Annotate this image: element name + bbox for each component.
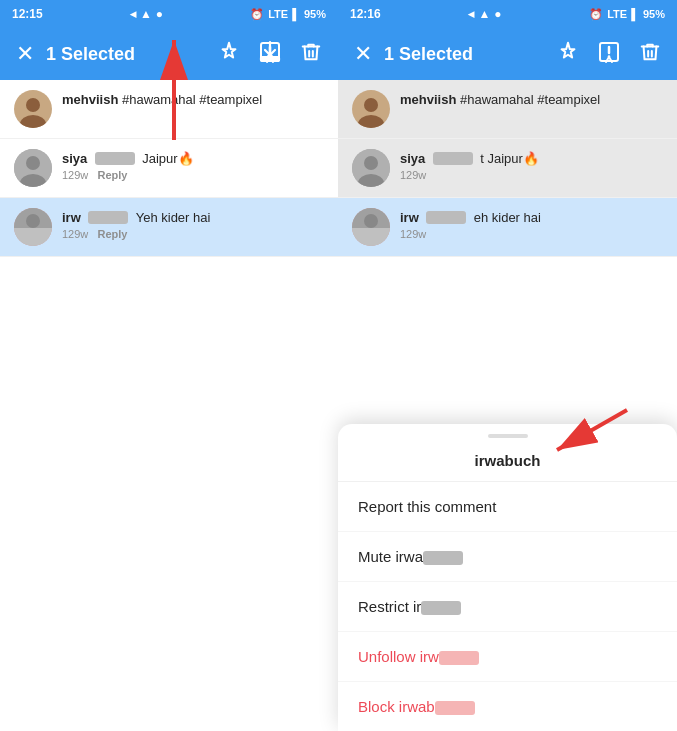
lte-label: LTE	[268, 8, 288, 20]
wifi-icon: ▲	[140, 7, 152, 21]
left-comment-username-2: siya	[62, 151, 87, 166]
svg-point-16	[26, 214, 40, 228]
svg-point-10	[20, 115, 46, 128]
battery-icon: ▌	[292, 8, 300, 20]
right-status-icons: ◂ ▲ ●	[468, 7, 501, 21]
battery-pct: 95%	[304, 8, 326, 20]
left-toolbar-icons	[218, 40, 322, 69]
sheet-option-mute[interactable]: Mute irwa	[338, 532, 677, 582]
left-comment-body-3: irw Yeh kider hai 129w Reply	[62, 208, 324, 240]
right-comment-meta-2: 129w	[400, 169, 663, 181]
left-comment-body-2: siya Jaipur🔥 129w Reply	[62, 149, 324, 181]
right-comment-body-1: mehviish #hawamahal #teampixel	[400, 90, 663, 108]
svg-rect-28	[352, 228, 390, 246]
left-comment-username-3: irw	[62, 210, 81, 225]
right-comment-username-1: mehviish	[400, 92, 460, 107]
svg-point-25	[364, 156, 378, 170]
right-nav-icon: ◂	[468, 7, 474, 21]
right-comment-blur-3	[426, 211, 466, 224]
svg-point-9	[26, 98, 40, 112]
right-report-icon[interactable]	[597, 40, 621, 69]
left-status-icons: ◂ ▲ ●	[130, 7, 163, 21]
left-comment-meta-3: 129w Reply	[62, 228, 324, 240]
right-delete-icon[interactable]	[639, 41, 661, 68]
left-avatar-3	[14, 208, 52, 246]
left-comment-text-3: Yeh kider hai	[136, 210, 211, 225]
right-comment-list: mehviish #hawamahal #teampixel siya t Ja…	[338, 80, 677, 257]
svg-point-22	[364, 98, 378, 112]
right-battery-pct: 95%	[643, 8, 665, 20]
right-comment-username-2: siya	[400, 151, 425, 166]
left-status-bar: 12:15 ◂ ▲ ● ⏰ LTE ▌ 95%	[0, 0, 338, 28]
right-avatar-1	[352, 90, 390, 128]
svg-point-23	[358, 115, 384, 128]
right-comment-username-3: irw	[400, 210, 419, 225]
right-signal-icon: ●	[494, 7, 501, 21]
right-comment-text-1: #hawamahal #teampixel	[460, 92, 600, 107]
right-comment-meta-3: 129w	[400, 228, 663, 240]
right-alarm-icon: ⏰	[589, 8, 603, 21]
left-avatar-2	[14, 149, 52, 187]
left-comment-item-1[interactable]: mehviish #hawamahal #teampixel	[0, 80, 338, 139]
left-status-right: ⏰ LTE ▌ 95%	[250, 8, 326, 21]
pin-icon[interactable]	[218, 41, 240, 68]
left-reply-link-2[interactable]: Reply	[97, 169, 127, 181]
right-avatar-3	[352, 208, 390, 246]
right-comment-text-3: eh kider hai	[474, 210, 541, 225]
alarm-icon: ⏰	[250, 8, 264, 21]
right-comment-body-3: irw eh kider hai 129w	[400, 208, 663, 240]
left-comment-body-1: mehviish #hawamahal #teampixel	[62, 90, 324, 108]
right-battery-icon: ▌	[631, 8, 639, 20]
sheet-option-unfollow[interactable]: Unfollow irw	[338, 632, 677, 682]
right-selection-bar: ✕ 1 Selected	[338, 28, 677, 80]
right-comment-item-3[interactable]: irw eh kider hai 129w	[338, 198, 677, 257]
left-selected-title: 1 Selected	[46, 44, 206, 65]
right-wifi-icon: ▲	[478, 7, 490, 21]
left-close-button[interactable]: ✕	[16, 43, 34, 65]
svg-rect-15	[14, 228, 52, 246]
sheet-title: irwabuch	[338, 438, 677, 482]
right-panel: 12:16 ◂ ▲ ● ⏰ LTE ▌ 95% ✕ 1 Selected	[338, 0, 677, 731]
right-close-button[interactable]: ✕	[354, 43, 372, 65]
left-comment-list: mehviish #hawamahal #teampixel siya Jaip…	[0, 80, 338, 257]
left-comment-item-3[interactable]: irw Yeh kider hai 129w Reply	[0, 198, 338, 257]
bottom-sheet: irwabuch Report this comment Mute irwa R…	[338, 424, 677, 731]
right-pin-icon[interactable]	[557, 41, 579, 68]
left-reply-link-3[interactable]: Reply	[97, 228, 127, 240]
right-toolbar-icons	[557, 40, 661, 69]
sheet-option-restrict[interactable]: Restrict ir	[338, 582, 677, 632]
sheet-option-block[interactable]: Block irwab	[338, 682, 677, 731]
delete-icon[interactable]	[300, 41, 322, 68]
left-panel: 12:15 ◂ ▲ ● ⏰ LTE ▌ 95% ✕ 1 Selected	[0, 0, 338, 731]
left-comment-meta-2: 129w Reply	[62, 169, 324, 181]
left-comment-time-3: 129w	[62, 228, 88, 240]
report-download-icon[interactable]	[258, 40, 282, 69]
right-selected-title: 1 Selected	[384, 44, 545, 65]
right-status-right: ⏰ LTE ▌ 95%	[589, 8, 665, 21]
right-status-bar: 12:16 ◂ ▲ ● ⏰ LTE ▌ 95%	[338, 0, 677, 28]
right-comment-body-2: siya t Jaipur🔥 129w	[400, 149, 663, 181]
left-comment-text-2: Jaipur🔥	[142, 151, 193, 166]
left-comment-time-2: 129w	[62, 169, 88, 181]
left-comment-blur-2	[95, 152, 135, 165]
right-comment-item-1[interactable]: mehviish #hawamahal #teampixel	[338, 80, 677, 139]
sheet-mute-blur	[423, 551, 463, 565]
sheet-option-report[interactable]: Report this comment	[338, 482, 677, 532]
left-selection-bar: ✕ 1 Selected	[0, 28, 338, 80]
nav-icon: ◂	[130, 7, 136, 21]
right-comment-time-3: 129w	[400, 228, 426, 240]
left-comment-item-2[interactable]: siya Jaipur🔥 129w Reply	[0, 139, 338, 198]
right-avatar-2	[352, 149, 390, 187]
signal-icon: ●	[156, 7, 163, 21]
sheet-block-blur	[435, 701, 475, 715]
right-time: 12:16	[350, 7, 381, 21]
left-avatar-1	[14, 90, 52, 128]
right-comment-item-2[interactable]: siya t Jaipur🔥 129w	[338, 139, 677, 198]
right-comment-blur-2	[433, 152, 473, 165]
left-comment-text-1: #hawamahal #teampixel	[122, 92, 262, 107]
left-time: 12:15	[12, 7, 43, 21]
sheet-restrict-blur	[421, 601, 461, 615]
svg-point-12	[26, 156, 40, 170]
right-comment-text-2: t Jaipur🔥	[480, 151, 539, 166]
svg-point-29	[364, 214, 378, 228]
